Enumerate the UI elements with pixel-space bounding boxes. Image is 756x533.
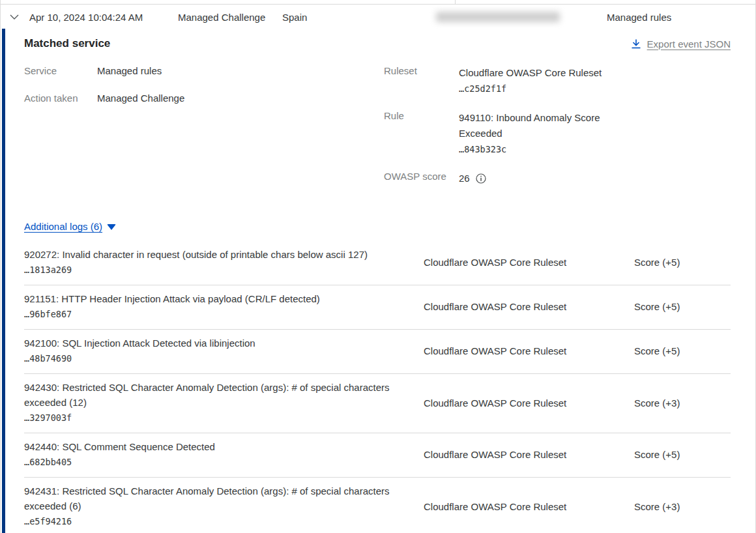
export-event-json-label: Export event JSON bbox=[647, 38, 731, 50]
details-section: Service Managed rules Action taken Manag… bbox=[24, 65, 731, 207]
log-rule-id: …1813a269 bbox=[24, 262, 408, 278]
column-divider-tick bbox=[455, 0, 456, 5]
log-ruleset: Cloudflare OWASP Core Ruleset bbox=[424, 397, 634, 409]
log-rule-name: 920272: Invalid character in request (ou… bbox=[24, 247, 408, 262]
additional-logs-table: 920272: Invalid character in request (ou… bbox=[24, 241, 731, 533]
log-rule-name: 942431: Restricted SQL Character Anomaly… bbox=[24, 483, 408, 513]
log-row: 942100: SQL Injection Attack Detected vi… bbox=[24, 330, 731, 374]
matched-service-title: Matched service bbox=[24, 37, 110, 50]
log-rule-name: 942100: SQL Injection Attack Detected vi… bbox=[24, 336, 408, 351]
log-score: Score (+5) bbox=[634, 449, 731, 460]
log-rule-name: 942440: SQL Comment Sequence Detected bbox=[24, 439, 408, 454]
log-rule-name: 921151: HTTP Header Injection Attack via… bbox=[24, 291, 408, 306]
log-ruleset: Cloudflare OWASP Core Ruleset bbox=[424, 449, 634, 460]
log-row: 921151: HTTP Header Injection Attack via… bbox=[24, 285, 731, 330]
ruleset-label: Ruleset bbox=[384, 65, 459, 96]
log-rule-id: …682bb405 bbox=[24, 454, 408, 470]
export-event-json-link[interactable]: Export event JSON bbox=[631, 38, 731, 50]
log-row: 942430: Restricted SQL Character Anomaly… bbox=[24, 374, 731, 433]
firewall-event-panel: Apr 10, 2024 10:04:24 AM Managed Challen… bbox=[0, 0, 756, 533]
rule-id: …843b323c bbox=[459, 141, 615, 157]
log-score: Score (+3) bbox=[634, 501, 731, 512]
log-ruleset: Cloudflare OWASP Core Ruleset bbox=[424, 501, 634, 512]
event-detail-body: Matched service Export event JSON Servic… bbox=[1, 29, 755, 533]
log-score: Score (+3) bbox=[634, 397, 731, 409]
log-rule-id: …e5f94216 bbox=[24, 513, 408, 529]
service-label: Service bbox=[24, 65, 97, 76]
event-date: Apr 10, 2024 10:04:24 AM bbox=[29, 11, 143, 22]
ruleset-id: …c25d2f1f bbox=[459, 81, 615, 96]
log-rule-name: 942430: Restricted SQL Character Anomaly… bbox=[24, 380, 408, 410]
info-icon[interactable] bbox=[476, 173, 486, 184]
event-service: Managed rules bbox=[607, 11, 671, 22]
log-row: 920272: Invalid character in request (ou… bbox=[24, 241, 731, 285]
event-summary-row[interactable]: Apr 10, 2024 10:04:24 AM Managed Challen… bbox=[1, 5, 755, 29]
event-country: Spain bbox=[282, 11, 307, 22]
log-score: Score (+5) bbox=[634, 301, 731, 312]
owasp-score-value: 26 bbox=[459, 171, 470, 186]
redacted-host-blur bbox=[436, 12, 560, 22]
rule-label: Rule bbox=[384, 110, 459, 157]
log-score: Score (+5) bbox=[634, 345, 731, 356]
ruleset-row: Ruleset Cloudflare OWASP Core Ruleset …c… bbox=[384, 65, 632, 96]
rule-row: Rule 949110: Inbound Anomaly Score Excee… bbox=[384, 110, 632, 157]
additional-logs-toggle[interactable]: Additional logs (6) bbox=[24, 221, 116, 232]
log-ruleset: Cloudflare OWASP Core Ruleset bbox=[424, 301, 634, 312]
event-action: Managed Challenge bbox=[178, 11, 265, 22]
owasp-score-row: OWASP score 26 bbox=[384, 171, 632, 186]
log-rule-id: …48b74690 bbox=[24, 351, 408, 366]
rule-name: 949110: Inbound Anomaly Score Exceeded bbox=[459, 110, 615, 141]
previous-row-divider bbox=[1, 0, 755, 5]
chevron-down-icon[interactable] bbox=[9, 11, 21, 23]
log-rule-id: …96bfe867 bbox=[24, 306, 408, 322]
caret-down-icon bbox=[107, 224, 116, 230]
log-ruleset: Cloudflare OWASP Core Ruleset bbox=[424, 345, 634, 356]
owasp-score-label: OWASP score bbox=[384, 171, 459, 186]
download-icon bbox=[631, 38, 641, 50]
ruleset-name: Cloudflare OWASP Core Ruleset bbox=[459, 65, 615, 81]
log-row: 942440: SQL Comment Sequence Detected …6… bbox=[24, 433, 731, 478]
action-taken-label: Action taken bbox=[24, 93, 97, 104]
log-score: Score (+5) bbox=[634, 257, 731, 268]
log-row: 942431: Restricted SQL Character Anomaly… bbox=[24, 478, 731, 533]
log-ruleset: Cloudflare OWASP Core Ruleset bbox=[424, 257, 634, 268]
additional-logs-label: Additional logs (6) bbox=[24, 221, 102, 232]
log-rule-id: …3297003f bbox=[24, 410, 408, 425]
